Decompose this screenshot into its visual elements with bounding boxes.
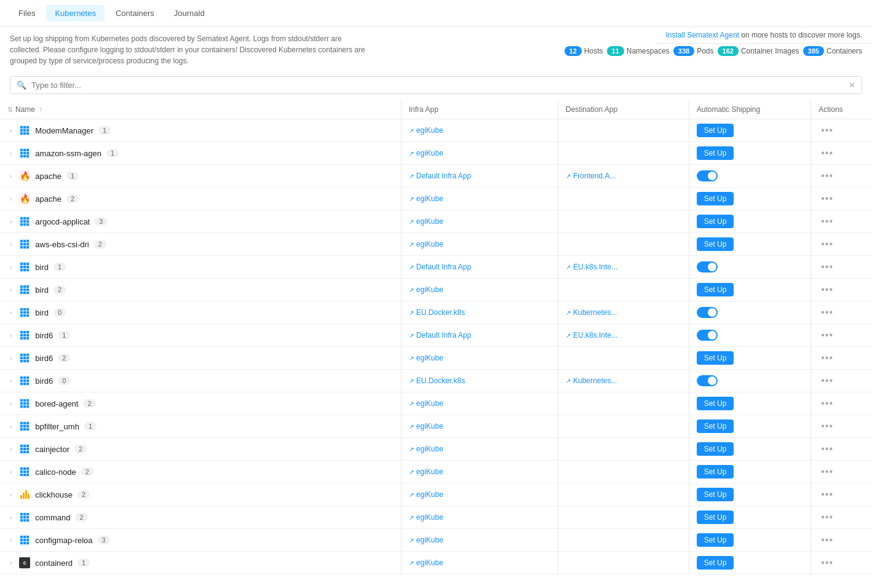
filter-input[interactable] [31,81,844,90]
infra-app-link[interactable]: ↗egiKube [409,217,550,226]
auto-shipping-toggle[interactable] [697,261,718,272]
clear-icon[interactable]: ✕ [849,81,855,90]
infra-app-link[interactable]: ↗egiKube [409,558,550,567]
row-expand-button[interactable]: › [7,445,14,454]
tab-containers[interactable]: Containers [107,5,163,22]
more-actions-button[interactable]: ••• [818,328,836,342]
auto-shipping-toggle[interactable] [697,307,718,318]
more-actions-button[interactable]: ••• [818,215,836,228]
row-expand-button[interactable]: › [7,513,14,522]
row-expand-button[interactable]: › [7,149,14,158]
stat-namespaces[interactable]: 11Namespaces [607,46,670,56]
dest-app-link[interactable]: ↗Kubernetes... [566,376,681,385]
more-actions-button[interactable]: ••• [818,511,836,524]
setup-button[interactable]: Set Up [697,533,734,547]
auto-shipping-toggle[interactable] [697,170,718,181]
more-actions-button[interactable]: ••• [818,146,836,160]
setup-button[interactable]: Set Up [697,237,734,251]
infra-app-link[interactable]: ↗egiKube [409,467,550,476]
tab-files[interactable]: Files [10,5,44,22]
setup-button[interactable]: Set Up [697,283,734,296]
more-actions-button[interactable]: ••• [818,397,836,410]
more-actions-button[interactable]: ••• [818,306,836,319]
infra-app-link[interactable]: ↗EU.Docker.k8s [409,376,550,385]
dest-app-link[interactable]: ↗EU.k8s.Inte... [566,331,681,340]
infra-app-link[interactable]: ↗egiKube [409,149,550,157]
more-actions-button[interactable]: ••• [818,124,836,137]
more-actions-button[interactable]: ••• [818,192,836,205]
more-actions-button[interactable]: ••• [818,419,836,433]
row-expand-button[interactable]: › [7,558,14,568]
setup-button[interactable]: Set Up [697,556,734,570]
more-actions-button[interactable]: ••• [818,556,836,570]
setup-button[interactable]: Set Up [697,124,734,137]
setup-button[interactable]: Set Up [697,146,734,160]
more-actions-button[interactable]: ••• [818,351,836,365]
infra-app-link[interactable]: ↗EU.Docker.k8s [409,308,550,317]
row-expand-button[interactable]: › [7,194,14,204]
dest-app-link[interactable]: ↗EU.k8s.Inte... [566,263,681,271]
setup-button[interactable]: Set Up [697,465,734,479]
infra-app-link[interactable]: ↗egiKube [409,126,550,135]
infra-app-link[interactable]: ↗egiKube [409,194,550,203]
setup-button[interactable]: Set Up [697,397,734,410]
infra-app-link[interactable]: ↗Default Infra App [409,331,550,340]
infra-app-link[interactable]: ↗egiKube [409,354,550,362]
infra-app-link[interactable]: ↗egiKube [409,536,550,544]
stat-pods[interactable]: 338Pods [673,46,714,56]
infra-app-link[interactable]: ↗egiKube [409,399,550,408]
count-badge: 2 [77,490,90,499]
infra-app-link[interactable]: ↗Default Infra App [409,172,550,180]
setup-button[interactable]: Set Up [697,351,734,365]
infra-app-link[interactable]: ↗egiKube [409,240,550,248]
col-header-name[interactable]: ⇅ Name ↑ [0,100,401,119]
setup-button[interactable]: Set Up [697,419,734,433]
install-link[interactable]: Install Sematext Agent on more hosts to … [665,31,862,39]
row-expand-button[interactable]: › [7,536,14,545]
setup-button[interactable]: Set Up [697,442,734,456]
setup-button[interactable]: Set Up [697,488,734,501]
auto-shipping-toggle[interactable] [697,375,718,386]
row-expand-button[interactable]: › [7,399,14,408]
more-actions-button[interactable]: ••• [818,169,836,183]
more-actions-button[interactable]: ••• [818,488,836,501]
stat-container-images[interactable]: 162Container Images [718,46,799,56]
setup-button[interactable]: Set Up [697,511,734,524]
dest-app-link[interactable]: ↗Frontend.A... [566,172,681,180]
setup-button[interactable]: Set Up [697,192,734,205]
infra-app-link[interactable]: ↗egiKube [409,422,550,431]
row-expand-button[interactable]: › [7,217,14,226]
more-actions-button[interactable]: ••• [818,237,836,251]
tab-journald[interactable]: Journald [165,5,213,22]
stat-hosts[interactable]: 12Hosts [565,46,603,56]
more-actions-button[interactable]: ••• [818,533,836,547]
more-actions-button[interactable]: ••• [818,374,836,387]
row-expand-button[interactable]: › [7,126,14,135]
dest-app-link[interactable]: ↗Kubernetes... [566,308,681,317]
infra-app-link[interactable]: ↗egiKube [409,445,550,453]
row-expand-button[interactable]: › [7,172,14,181]
service-name: amazon-ssm-agen [35,149,101,158]
auto-shipping-toggle[interactable] [697,330,718,341]
row-expand-button[interactable]: › [7,422,14,431]
row-expand-button[interactable]: › [7,490,14,499]
row-expand-button[interactable]: › [7,354,14,363]
row-expand-button[interactable]: › [7,240,14,249]
infra-app-link[interactable]: ↗Default Infra App [409,263,550,271]
more-actions-button[interactable]: ••• [818,465,836,479]
more-actions-button[interactable]: ••• [818,283,836,296]
row-expand-button[interactable]: › [7,285,14,295]
row-expand-button[interactable]: › [7,263,14,272]
row-expand-button[interactable]: › [7,467,14,477]
more-actions-button[interactable]: ••• [818,442,836,456]
tab-kubernetes[interactable]: Kubernetes [46,5,105,22]
infra-app-link[interactable]: ↗egiKube [409,285,550,294]
setup-button[interactable]: Set Up [697,215,734,228]
more-actions-button[interactable]: ••• [818,260,836,274]
stat-containers[interactable]: 385Containers [803,46,862,56]
infra-app-link[interactable]: ↗egiKube [409,490,550,499]
row-expand-button[interactable]: › [7,308,14,317]
row-expand-button[interactable]: › [7,376,14,386]
infra-app-link[interactable]: ↗egiKube [409,513,550,522]
row-expand-button[interactable]: › [7,331,14,340]
